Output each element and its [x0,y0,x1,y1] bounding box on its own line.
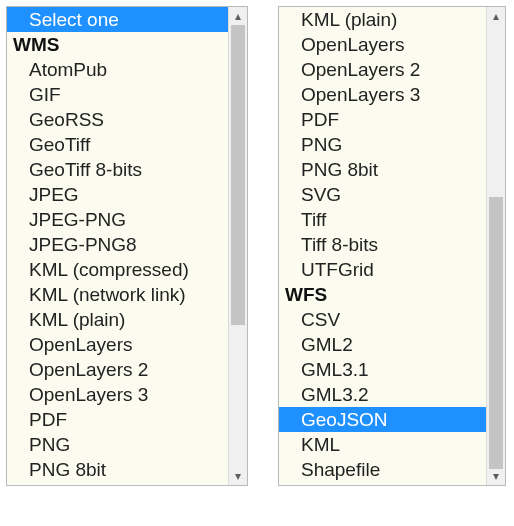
scrollbar-thumb[interactable] [231,25,245,325]
scroll-down-icon[interactable]: ▾ [487,467,505,485]
list-item-label: PDF [301,109,339,130]
list-item-label: PNG [301,134,342,155]
list-item[interactable]: GeoRSS [7,107,228,132]
list-item-label: Tiff 8-bits [301,234,378,255]
optgroup-label: WFS [279,282,486,307]
list-item-label: OpenLayers 2 [29,359,148,380]
scrollbar-left[interactable]: ▴ ▾ [228,7,247,485]
list-item[interactable]: KML (network link) [7,282,228,307]
list-item[interactable]: PNG [279,132,486,157]
list-item[interactable]: JPEG [7,182,228,207]
list-item-label: OpenLayers 3 [301,84,420,105]
list-item-label: GML3.1 [301,359,369,380]
scrollbar-thumb[interactable] [489,197,503,469]
list-item-label: KML (compressed) [29,259,189,280]
list-item[interactable]: PDF [7,407,228,432]
format-select-right[interactable]: KML (plain)OpenLayersOpenLayers 2OpenLay… [278,6,506,486]
list-item[interactable]: JPEG-PNG8 [7,232,228,257]
optgroup-label: WMS [7,32,228,57]
list-item[interactable]: GeoTiff [7,132,228,157]
list-item-label: OpenLayers 2 [301,59,420,80]
list-item[interactable]: GeoTiff 8-bits [7,157,228,182]
list-item-label: GML2 [301,334,353,355]
list-item-label: PNG [29,434,70,455]
list-item[interactable]: KML (plain) [279,7,486,32]
list-item-label: WMS [13,34,59,55]
list-item-label: PNG 8bit [301,159,378,180]
list-item-label: Tiff [301,209,326,230]
list-item-label: SVG [301,184,341,205]
list-item[interactable]: CSV [279,307,486,332]
list-item-label: JPEG-PNG8 [29,234,137,255]
list-item[interactable]: Tiff [279,207,486,232]
list-item[interactable]: PDF [279,107,486,132]
list-item[interactable]: GIF [7,82,228,107]
list-item-label: GeoTiff 8-bits [29,159,142,180]
list-item[interactable]: JPEG-PNG [7,207,228,232]
list-item[interactable]: SVG [7,482,228,485]
format-select-left[interactable]: Select oneWMSAtomPubGIFGeoRSSGeoTiffGeoT… [6,6,248,486]
scroll-down-icon[interactable]: ▾ [229,467,247,485]
list-item[interactable]: OpenLayers 2 [7,357,228,382]
list-item-label: GML3.2 [301,384,369,405]
list-item[interactable]: OpenLayers 3 [279,82,486,107]
list-item-label: KML (plain) [29,309,125,330]
list-item-label: GIF [29,84,61,105]
list-item[interactable]: PNG 8bit [279,157,486,182]
list-item-label: WFS [285,284,327,305]
list-item[interactable]: GML3.2 [279,382,486,407]
list-item-label: CSV [301,309,340,330]
list-item-label: KML (plain) [301,9,397,30]
list-item-label: Shapefile [301,459,380,480]
list-item-label: JPEG-PNG [29,209,126,230]
list-item-label: KML [301,434,340,455]
list-item-label: text/csv [301,484,365,485]
list-item[interactable]: PNG 8bit [7,457,228,482]
list-item-label: PDF [29,409,67,430]
list-item[interactable]: Shapefile [279,457,486,482]
list-item-label: UTFGrid [301,259,374,280]
list-item[interactable]: PNG [7,432,228,457]
list-item-label: KML (network link) [29,284,186,305]
list-item-label: OpenLayers [29,334,133,355]
scrollbar-right[interactable]: ▴ ▾ [486,7,505,485]
list-item-label: GeoTiff [29,134,90,155]
format-select-right-viewport: KML (plain)OpenLayersOpenLayers 2OpenLay… [279,7,486,485]
list-item[interactable]: GeoJSON [279,407,486,432]
list-item[interactable]: text/csv [279,482,486,485]
list-item-label: JPEG [29,184,79,205]
list-item-label: OpenLayers 3 [29,384,148,405]
list-item[interactable]: OpenLayers 3 [7,382,228,407]
list-item[interactable]: AtomPub [7,57,228,82]
list-item-label: Select one [29,9,119,30]
list-item[interactable]: Tiff 8-bits [279,232,486,257]
list-item[interactable]: Select one [7,7,228,32]
list-item[interactable]: UTFGrid [279,257,486,282]
list-item-label: PNG 8bit [29,459,106,480]
list-item-label: GeoRSS [29,109,104,130]
list-item[interactable]: SVG [279,182,486,207]
list-item[interactable]: GML2 [279,332,486,357]
list-item[interactable]: KML (plain) [7,307,228,332]
list-item-label: SVG [29,484,69,485]
list-item[interactable]: OpenLayers [279,32,486,57]
scroll-up-icon[interactable]: ▴ [229,7,247,25]
list-item[interactable]: OpenLayers 2 [279,57,486,82]
list-item-label: OpenLayers [301,34,405,55]
format-select-left-viewport: Select oneWMSAtomPubGIFGeoRSSGeoTiffGeoT… [7,7,228,485]
list-item-label: GeoJSON [301,409,388,430]
list-item[interactable]: GML3.1 [279,357,486,382]
list-item[interactable]: KML [279,432,486,457]
list-item-label: AtomPub [29,59,107,80]
list-item[interactable]: KML (compressed) [7,257,228,282]
list-item[interactable]: OpenLayers [7,332,228,357]
scroll-up-icon[interactable]: ▴ [487,7,505,25]
